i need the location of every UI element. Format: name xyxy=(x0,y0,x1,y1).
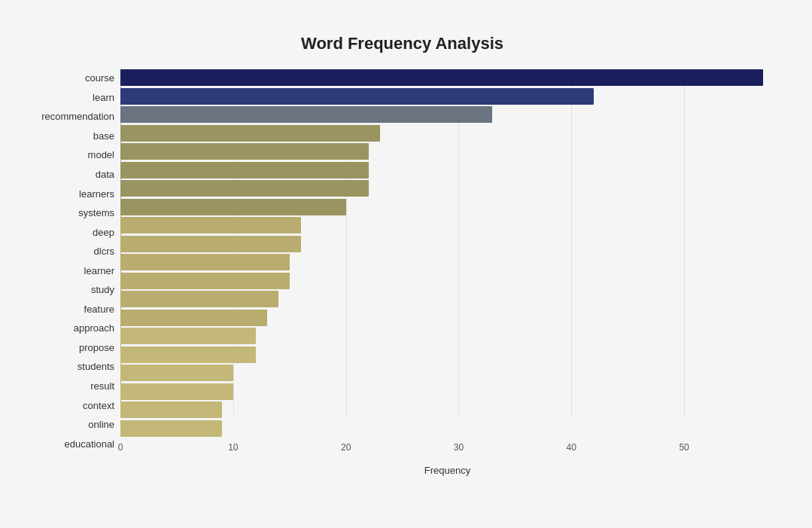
bar-row xyxy=(120,87,774,106)
bar-row xyxy=(120,401,774,420)
bar xyxy=(120,180,369,197)
bar-row xyxy=(120,198,774,217)
bar-row xyxy=(120,235,774,254)
x-tick: 50 xyxy=(679,442,689,453)
chart-container: Word Frequency Analysis courselearnrecom… xyxy=(15,15,797,528)
y-label: systems xyxy=(78,208,114,218)
y-label: learner xyxy=(84,266,114,276)
y-label: approach xyxy=(74,323,114,333)
bar-row xyxy=(120,290,774,309)
y-label: study xyxy=(91,285,114,295)
chart-area: courselearnrecommendationbasemodeldatale… xyxy=(30,69,774,476)
bar xyxy=(120,162,369,179)
bar xyxy=(120,346,256,363)
y-label: students xyxy=(78,362,114,371)
bar xyxy=(120,69,763,86)
y-label: deep xyxy=(93,227,114,237)
bar xyxy=(120,401,222,418)
x-axis-label: Frequency xyxy=(120,465,774,476)
bar xyxy=(120,365,233,381)
bar xyxy=(120,125,380,142)
bar-row xyxy=(120,142,774,161)
bar xyxy=(120,217,301,233)
bar xyxy=(120,328,256,344)
bar-row xyxy=(120,420,774,438)
bar xyxy=(120,383,233,400)
y-label: result xyxy=(90,381,114,391)
y-label: propose xyxy=(79,343,114,353)
bar-row xyxy=(120,327,774,346)
y-label: context xyxy=(83,401,114,410)
x-tick: 10 xyxy=(228,442,238,453)
y-label: online xyxy=(88,420,114,429)
bar xyxy=(120,88,594,105)
bar xyxy=(120,254,290,270)
y-label: recommendation xyxy=(41,111,114,121)
bar xyxy=(120,199,346,215)
bar-row xyxy=(120,124,774,143)
bar xyxy=(120,291,278,307)
y-label: course xyxy=(85,73,114,83)
y-label: model xyxy=(88,150,114,160)
bar-row xyxy=(120,161,774,180)
y-label: learners xyxy=(79,189,114,199)
bar xyxy=(120,273,290,289)
bar xyxy=(120,236,301,252)
x-axis: 01020304050 xyxy=(120,439,774,462)
chart-title: Word Frequency Analysis xyxy=(30,30,774,53)
y-label: educational xyxy=(65,439,115,449)
y-axis: courselearnrecommendationbasemodeldatale… xyxy=(30,69,120,476)
bar-row xyxy=(120,253,774,272)
y-label: data xyxy=(96,169,114,179)
bar xyxy=(120,106,492,123)
bar-row xyxy=(120,364,774,383)
bar-row xyxy=(120,272,774,291)
x-tick: 20 xyxy=(341,442,351,453)
x-tick: 40 xyxy=(567,442,576,453)
bar-row xyxy=(120,179,774,198)
plot-area: 01020304050 Frequency xyxy=(120,69,774,476)
x-tick: 0 xyxy=(118,442,123,453)
bar-row xyxy=(120,105,774,124)
bar-row xyxy=(120,216,774,235)
bar-row xyxy=(120,346,774,365)
y-label: base xyxy=(93,131,114,141)
x-tick: 30 xyxy=(454,442,464,453)
y-label: dlcrs xyxy=(94,246,114,256)
y-label: feature xyxy=(84,304,114,314)
bar-row xyxy=(120,383,774,401)
bar-row xyxy=(120,309,774,328)
bar xyxy=(120,310,267,326)
bars-container xyxy=(120,69,774,438)
bar xyxy=(120,420,222,437)
bar xyxy=(120,143,369,160)
bar-row xyxy=(120,69,774,87)
y-label: learn xyxy=(93,93,114,102)
